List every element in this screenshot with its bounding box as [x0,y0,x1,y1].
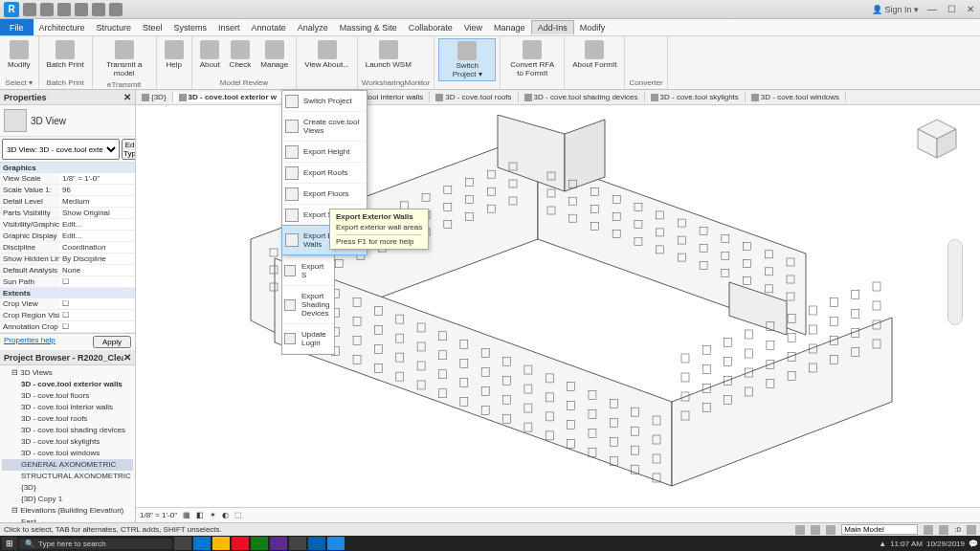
scale-label[interactable]: 1/8" = 1'-0" [140,511,177,519]
minimize-button[interactable]: — [926,4,938,15]
dropdown-item[interactable]: Export Shading Devices [282,286,334,324]
task-icon[interactable] [327,537,345,550]
tree-item[interactable]: STRUCTURAL AXONOMETRIC [2,471,133,482]
start-button[interactable]: ⊞ [2,537,17,550]
tree-item[interactable]: 3D - cove.tool shading devices [2,425,133,436]
vc-icon[interactable]: ▦ [183,511,190,519]
qat-save-icon[interactable] [40,3,54,16]
view-selector[interactable]: 3D View: 3D - cove.tool exte [2,139,120,160]
task-icon[interactable] [212,537,230,550]
tree-item[interactable]: ⊟ Elevations (Building Elevation) [2,505,133,517]
task-icon[interactable] [193,537,211,550]
ribbon-manage-button[interactable]: Manage [256,38,292,71]
ribbon-about-button[interactable]: About [196,38,224,71]
menu-tab-modify[interactable]: Modify [574,21,612,34]
tree-item[interactable]: 3D - cove.tool exterior walls [2,379,133,390]
status-icon[interactable] [811,525,820,535]
ribbon-modify-button[interactable]: Modify [4,38,34,71]
view-tab[interactable]: 3D - cove.tool roofs [430,92,518,102]
tray-date[interactable]: 10/29/2019 [926,540,965,548]
view-tab[interactable]: {3D} [136,92,173,102]
dropdown-item[interactable]: Export Floors [282,184,367,205]
menu-tab-insert[interactable]: Insert [212,21,246,34]
prop-row[interactable]: Scale Value 1:96 [0,185,135,196]
menu-tab-annotate[interactable]: Annotate [246,21,292,34]
menu-tab-manage[interactable]: Manage [488,21,531,34]
qat-open-icon[interactable] [23,3,36,16]
vc-icon[interactable]: ◧ [196,511,204,519]
tray-time[interactable]: 11:07 AM [890,540,923,548]
edit-type-button[interactable]: Edit Type [122,139,136,160]
ribbon-switch-project--button[interactable]: Switch Project ▾ [438,38,496,81]
dropdown-item[interactable]: Export Roofs [282,163,367,184]
menu-tab-systems[interactable]: Systems [168,21,213,34]
view-tab[interactable]: 3D - cove.tool windows [746,92,846,102]
tree-item[interactable]: 3D - cove.tool windows [2,448,133,459]
tree-item[interactable]: {3D} [2,482,133,494]
vc-icon[interactable]: ✶ [210,511,216,519]
prop-row[interactable]: Graphic Display O...Edit... [0,231,135,242]
maximize-button[interactable]: ☐ [946,4,957,15]
prop-row[interactable]: Sun Path☐ [0,276,135,288]
menu-tab-massing-site[interactable]: Massing & Site [334,21,403,34]
view-tab[interactable]: 3D - cove.tool shading devices [519,92,645,102]
nav-bar[interactable] [947,239,963,325]
status-icon[interactable] [795,525,805,535]
menu-tab-structure[interactable]: Structure [91,21,138,34]
tree-item[interactable]: 3D - cove.tool skylights [2,436,133,448]
file-menu[interactable]: File [0,19,33,35]
menu-tab-analyze[interactable]: Analyze [292,21,334,34]
properties-close-icon[interactable]: ✕ [123,92,131,102]
status-icon[interactable] [939,525,948,535]
prop-row[interactable]: Show Hidden LinesBy Discipline [0,253,135,265]
task-icon[interactable] [232,537,249,550]
view-cube[interactable] [913,115,961,163]
close-button[interactable]: ✕ [965,4,976,15]
ribbon-about-formit-button[interactable]: About FormIt [568,38,620,71]
qat-redo-icon[interactable] [75,3,88,16]
viewport[interactable] [136,105,980,507]
qat-measure-icon[interactable] [109,3,122,16]
browser-close-icon[interactable]: ✕ [123,352,131,363]
dropdown-item[interactable]: Switch Project [282,91,367,112]
properties-help-link[interactable]: Properties help [4,336,56,348]
prop-row[interactable]: Parts VisibilityShow Original [0,208,135,219]
ribbon-launch-wsm-button[interactable]: Launch WSM [362,38,415,71]
dropdown-item[interactable]: Update Login [282,324,334,354]
taskbar-search[interactable]: 🔍 Type here to search [19,539,172,549]
dropdown-item[interactable]: Export Height [282,142,367,163]
menu-tab-architecture[interactable]: Architecture [33,21,91,34]
menu-tab-collaborate[interactable]: Collaborate [403,21,458,34]
dropdown-item[interactable]: Export S [282,256,334,286]
task-icon[interactable] [308,537,325,550]
tree-item[interactable]: 3D - cove.tool interior walls [2,402,133,413]
ribbon-batch-print-button[interactable]: Batch Print [43,38,88,71]
tree-item[interactable]: 3D - cove.tool roofs [2,413,133,425]
vc-icon[interactable]: ⬚ [234,511,242,519]
tree-item[interactable]: GENERAL AXONOMETRIC [2,459,133,471]
task-icon[interactable] [251,537,268,550]
tree-item[interactable]: ⊟ 3D Views [2,367,133,379]
notification-icon[interactable]: 💬 [969,540,978,548]
qat-print-icon[interactable] [92,3,105,16]
prop-row[interactable]: View Scale1/8" = 1'-0" [0,173,135,185]
prop-row[interactable]: Detail LevelMedium [0,196,135,208]
project-browser[interactable]: ⊟ 3D Views3D - cove.tool exterior walls3… [0,365,135,522]
prop-row[interactable]: Crop Region Visible☐ [0,310,135,321]
task-icon[interactable] [270,537,287,550]
tree-item[interactable]: 3D - cove.tool floors [2,390,133,402]
menu-tab-add-ins[interactable]: Add-Ins [531,20,574,34]
ribbon-help-button[interactable]: Help [161,38,188,71]
dropdown-item[interactable]: Create cove.tool Views [282,112,367,142]
view-tab[interactable]: 3D - cove.tool skylights [645,92,746,102]
menu-tab-steel[interactable]: Steel [137,21,168,34]
prop-row[interactable]: Default Analysis D...None [0,265,135,276]
main-model-field[interactable] [841,524,918,535]
status-icon[interactable] [826,525,835,535]
signin-link[interactable]: 👤 Sign In ▾ [872,5,919,14]
prop-row[interactable]: Crop View☐ [0,298,135,310]
prop-row[interactable]: Annotation Crop☐ [0,321,135,333]
task-icon[interactable] [174,537,191,550]
ribbon-check-button[interactable]: Check [226,38,256,71]
status-icon[interactable] [924,525,933,535]
